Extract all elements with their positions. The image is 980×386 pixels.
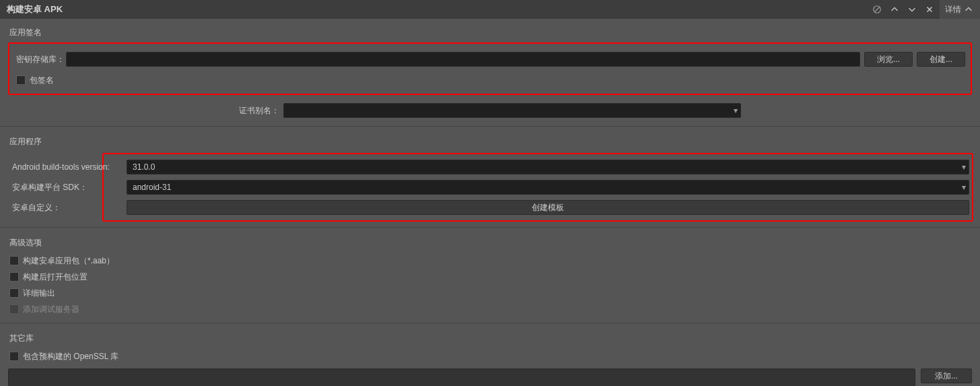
separator xyxy=(0,323,980,323)
custom-label: 安卓自定义： xyxy=(9,202,123,214)
chevron-down-icon: ▾ xyxy=(962,162,966,172)
debug-server-checkbox xyxy=(9,304,19,314)
create-template-button[interactable]: 创建模板 xyxy=(127,200,969,215)
otherlib-area: 添加... 删除 xyxy=(8,368,972,386)
window-title: 构建安卓 APK xyxy=(7,3,868,15)
sdk-select[interactable]: android-31 ▾ xyxy=(127,180,969,195)
verbose-label: 详细输出 xyxy=(23,288,55,299)
signing-section-title: 应用签名 xyxy=(8,23,972,42)
separator xyxy=(0,126,980,127)
buildtools-value: 31.0.0 xyxy=(133,162,962,172)
openssl-label: 包含预构建的 OpenSSL 库 xyxy=(23,351,118,362)
create-button[interactable]: 创建... xyxy=(917,52,965,67)
aab-checkbox[interactable] xyxy=(9,256,19,265)
svg-line-1 xyxy=(875,7,880,12)
aab-label: 构建安卓应用包（*.aab） xyxy=(23,255,114,267)
titlebar: 构建安卓 APK 详情 xyxy=(0,0,980,19)
cert-alias-select[interactable]: ▾ xyxy=(283,103,741,118)
add-lib-button[interactable]: 添加... xyxy=(921,368,972,383)
separator xyxy=(0,227,980,228)
close-icon[interactable] xyxy=(921,0,938,19)
cancel-icon[interactable] xyxy=(868,0,886,19)
keystore-label: 密钥存储库： xyxy=(15,54,62,65)
browse-button[interactable]: 浏览... xyxy=(864,52,913,67)
application-section-title: 应用程序 xyxy=(8,132,972,152)
cert-alias-label: 证书别名： xyxy=(239,105,279,117)
advanced-section-title: 高级选项 xyxy=(8,233,972,253)
buildtools-select[interactable]: 31.0.0 ▾ xyxy=(127,160,969,174)
include-signature-checkbox[interactable] xyxy=(16,75,26,85)
otherlib-list[interactable] xyxy=(8,368,915,386)
keystore-input[interactable] xyxy=(66,52,860,67)
expand-down-icon[interactable] xyxy=(903,0,921,19)
sdk-label: 安卓构建平台 SDK： xyxy=(9,182,123,193)
open-after-label: 构建后打开包位置 xyxy=(23,271,88,283)
signing-highlight-box: 密钥存储库： 浏览... 创建... 包签名 xyxy=(8,42,972,95)
chevron-down-icon: ▾ xyxy=(962,183,966,192)
details-toggle[interactable]: 详情 xyxy=(940,0,980,19)
application-highlight-box: Android build-tools version: 31.0.0 ▾ 安卓… xyxy=(102,153,973,222)
collapse-up-icon[interactable] xyxy=(886,0,903,19)
buildtools-label: Android build-tools version: xyxy=(9,162,123,172)
include-signature-label: 包签名 xyxy=(30,75,54,86)
openssl-checkbox[interactable] xyxy=(9,352,19,361)
details-label: 详情 xyxy=(945,4,961,15)
debug-server-label: 添加调试服务器 xyxy=(23,304,79,315)
open-after-checkbox[interactable] xyxy=(9,272,19,282)
cert-alias-row: 证书别名： ▾ xyxy=(8,100,972,121)
otherlib-section-title: 其它库 xyxy=(8,329,972,348)
verbose-checkbox[interactable] xyxy=(9,288,19,298)
sdk-value: android-31 xyxy=(133,183,962,192)
chevron-up-icon xyxy=(964,5,973,14)
chevron-down-icon: ▾ xyxy=(734,106,738,115)
